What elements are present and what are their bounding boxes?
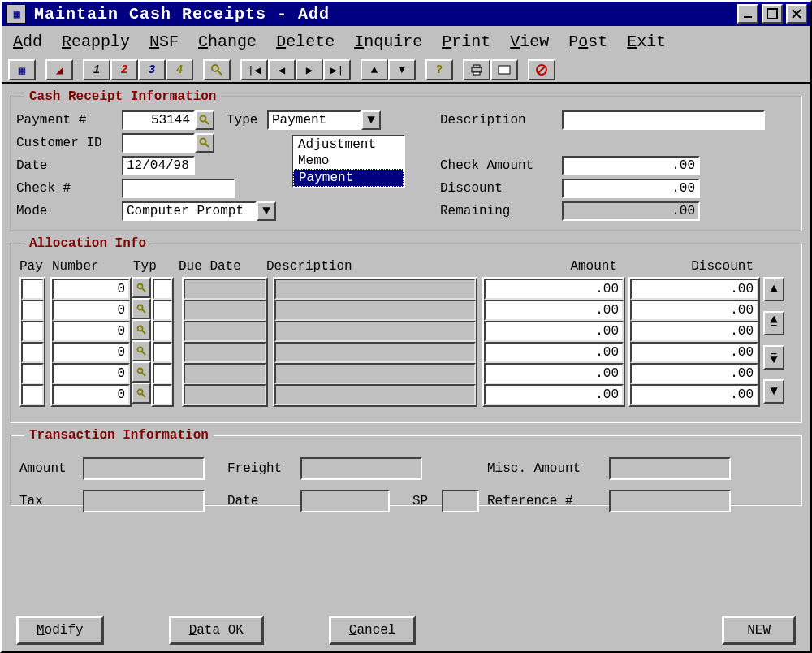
toolbar-down-button[interactable]: ▼ — [388, 59, 416, 80]
typ-cell[interactable] — [153, 279, 172, 300]
close-button[interactable] — [786, 4, 807, 24]
typ-cell[interactable] — [153, 300, 172, 321]
menu-reapply[interactable]: Reapply — [62, 32, 130, 51]
toolbar-grid-button[interactable]: ▦ — [8, 59, 36, 80]
number-lookup-button[interactable] — [132, 340, 151, 361]
pay-cell[interactable] — [21, 321, 44, 342]
amount-cell[interactable]: .00 — [484, 363, 624, 384]
cancel-button[interactable]: Cancel — [329, 616, 417, 645]
menu-view[interactable]: View — [510, 32, 549, 51]
pay-cell[interactable] — [21, 279, 44, 300]
new-button[interactable]: NEW — [722, 616, 796, 645]
menu-exit[interactable]: Exit — [627, 32, 666, 51]
toolbar-last-button[interactable]: ▶❘ — [323, 59, 351, 80]
number-lookup-button[interactable] — [132, 277, 151, 298]
typ-cell[interactable] — [153, 321, 172, 342]
number-cell[interactable]: 0 — [52, 363, 130, 384]
discount-cell[interactable]: .00 — [630, 363, 758, 384]
type-option-payment[interactable]: Payment — [293, 169, 404, 187]
toolbar-4-button[interactable]: 4 — [166, 59, 193, 80]
toolbar-prev-button[interactable]: ◀ — [268, 59, 296, 80]
toolbar-search-button[interactable] — [203, 59, 231, 80]
toolbar-eraser-button[interactable]: ◢ — [45, 59, 73, 80]
payment-input[interactable]: 53144 — [122, 110, 195, 130]
type-dropdown-button[interactable]: ▼ — [361, 110, 381, 130]
pay-cell[interactable] — [21, 384, 44, 405]
toolbar-2-button[interactable]: 2 — [110, 59, 138, 80]
number-cell[interactable]: 0 — [52, 321, 130, 342]
type-dropdown-list[interactable]: Adjustment Memo Payment — [292, 135, 405, 188]
dataok-button[interactable]: Data OK — [169, 616, 264, 645]
svg-line-21 — [142, 331, 145, 334]
type-combo[interactable]: Payment — [267, 110, 361, 130]
svg-line-27 — [142, 394, 145, 397]
type-option-memo[interactable]: Memo — [293, 153, 404, 169]
menu-add[interactable]: Add — [13, 32, 42, 51]
date-input[interactable]: 12/04/98 — [122, 156, 195, 175]
check-amount-input[interactable]: .00 — [562, 156, 700, 175]
typ-cell[interactable] — [153, 363, 172, 384]
customer-lookup-button[interactable] — [195, 133, 214, 153]
number-cell[interactable]: 0 — [52, 342, 130, 363]
pay-cell[interactable] — [21, 363, 44, 384]
minimize-button[interactable] — [737, 4, 758, 24]
discount-input[interactable]: .00 — [562, 179, 700, 198]
number-lookup-button[interactable] — [132, 298, 151, 319]
amount-cell[interactable]: .00 — [484, 300, 624, 321]
toolbar-first-button[interactable]: ❘◀ — [240, 59, 268, 80]
number-lookup-button[interactable] — [132, 361, 151, 383]
svg-point-16 — [138, 284, 143, 289]
toolbar-1-button[interactable]: 1 — [83, 59, 110, 80]
toolbar-help-button[interactable]: ? — [425, 59, 453, 80]
scroll-up-button[interactable]: ▲ — [763, 277, 784, 301]
amount-cell[interactable]: .00 — [484, 384, 624, 405]
number-cell[interactable]: 0 — [52, 279, 130, 300]
discount-cell[interactable]: .00 — [630, 384, 758, 405]
number-cell[interactable]: 0 — [52, 300, 130, 321]
customer-input[interactable] — [122, 133, 195, 153]
menu-delete[interactable]: Delete — [276, 32, 335, 51]
scroll-down-button[interactable]: ▼ — [763, 379, 784, 404]
col-amount: Amount — [469, 259, 617, 274]
col-typ: Typ — [133, 259, 179, 274]
check-input[interactable] — [122, 179, 235, 198]
type-option-adjustment[interactable]: Adjustment — [293, 136, 404, 153]
discount-cell[interactable]: .00 — [630, 300, 758, 321]
scroll-page-up-button[interactable]: ▲– — [763, 311, 784, 335]
discount-cell[interactable]: .00 — [630, 342, 758, 363]
titlebar: ▦ Maintain Cash Receipts - Add — [2, 2, 810, 26]
payment-lookup-button[interactable] — [195, 110, 214, 130]
toolbar-up-button[interactable]: ▲ — [361, 59, 388, 80]
mode-combo[interactable]: Computer Prompt — [122, 201, 257, 221]
menu-inquire[interactable]: Inquire — [354, 32, 422, 51]
menu-change[interactable]: Change — [198, 32, 257, 51]
menu-post[interactable]: Post — [568, 32, 607, 51]
amount-cell[interactable]: .00 — [484, 342, 624, 363]
mode-dropdown-button[interactable]: ▼ — [257, 201, 276, 221]
discount-cell[interactable]: .00 — [630, 279, 758, 300]
pay-cell[interactable] — [21, 342, 44, 363]
scroll-page-down-button[interactable]: –▼ — [763, 345, 784, 370]
toolbar-next-button[interactable]: ▶ — [296, 59, 323, 80]
toolbar-stop-button[interactable] — [528, 59, 555, 80]
maximize-button[interactable] — [762, 4, 783, 24]
typ-cell[interactable] — [153, 342, 172, 363]
discount-cell[interactable]: .00 — [630, 321, 758, 342]
description-input[interactable] — [562, 110, 765, 130]
menu-print[interactable]: Print — [442, 32, 490, 51]
toolbar-window-button[interactable] — [490, 59, 518, 80]
modify-button[interactable]: Modify — [16, 616, 104, 645]
number-lookup-button[interactable] — [132, 319, 151, 340]
pay-cell[interactable] — [21, 300, 44, 321]
amount-cell[interactable]: .00 — [484, 279, 624, 300]
menu-nsf[interactable]: NSF — [149, 32, 179, 51]
toolbar-3-button[interactable]: 3 — [138, 59, 166, 80]
toolbar-print-button[interactable] — [463, 59, 490, 80]
number-lookup-button[interactable] — [132, 383, 151, 404]
typ-cell[interactable] — [153, 384, 172, 405]
allocation-grid: 0 0 0 0 0 0 — [19, 277, 793, 407]
number-cell[interactable]: 0 — [52, 384, 130, 405]
amount-cell[interactable]: .00 — [484, 321, 624, 342]
col-discount: Discount — [617, 259, 754, 274]
desc-cell — [274, 279, 476, 300]
